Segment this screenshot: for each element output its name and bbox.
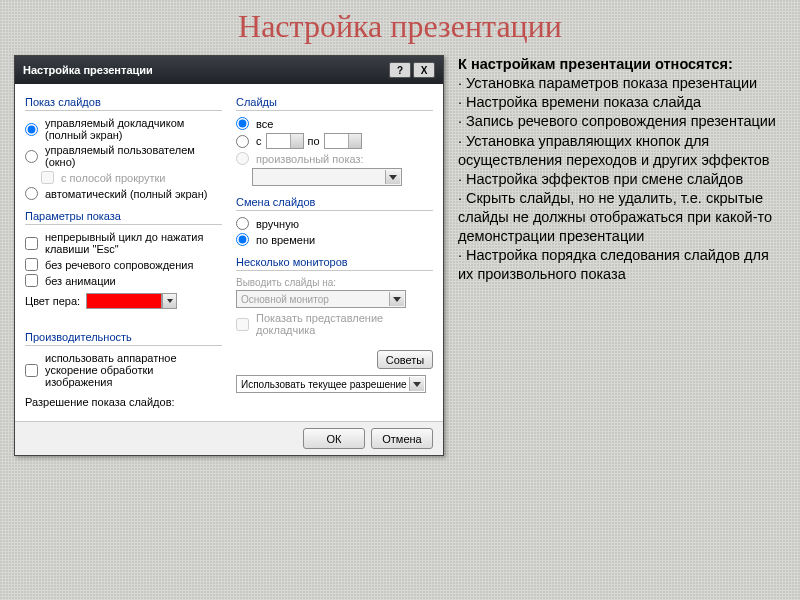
chevron-down-icon bbox=[385, 170, 400, 184]
info-item: · Скрыть слайды, но не удалить, т.е. скр… bbox=[458, 189, 786, 246]
dialog-title: Настройка презентации bbox=[23, 64, 387, 76]
info-item: · Запись речевого сопровождения презента… bbox=[458, 112, 786, 131]
info-item: · Настройка эффектов при смене слайдов bbox=[458, 170, 786, 189]
group-slides-title: Слайды bbox=[236, 96, 433, 108]
chk-hw-accel[interactable]: использовать аппаратное ускорение обрабо… bbox=[25, 352, 222, 388]
chevron-down-icon bbox=[389, 292, 404, 306]
resolution-label: Разрешение показа слайдов: bbox=[25, 396, 175, 408]
pen-color-picker[interactable] bbox=[86, 293, 162, 309]
info-heading: К настройкам презентации относятся: bbox=[458, 55, 786, 74]
ok-button[interactable]: ОК bbox=[303, 428, 365, 449]
radio-range[interactable]: с по bbox=[236, 133, 433, 149]
pen-label: Цвет пера: bbox=[25, 295, 80, 307]
radio-user-window[interactable]: управляемый пользователем (окно) bbox=[25, 144, 222, 168]
cancel-button[interactable]: Отмена bbox=[371, 428, 433, 449]
info-item: · Настройка времени показа слайда bbox=[458, 93, 786, 112]
chk-narration[interactable]: без речевого сопровождения bbox=[25, 258, 222, 271]
chevron-down-icon[interactable] bbox=[409, 377, 424, 391]
info-panel: К настройкам презентации относятся: · Ус… bbox=[458, 55, 786, 456]
radio-manual[interactable]: вручную bbox=[236, 217, 433, 230]
tips-button[interactable]: Советы bbox=[377, 350, 433, 369]
group-monitors-title: Несколько мониторов bbox=[236, 256, 433, 268]
spin-from[interactable] bbox=[266, 133, 304, 149]
group-perf-title: Производительность bbox=[25, 331, 222, 343]
dialog-titlebar[interactable]: Настройка презентации ? X bbox=[15, 56, 443, 84]
custom-show-combo bbox=[252, 168, 402, 186]
output-label: Выводить слайды на: bbox=[236, 277, 433, 288]
help-button[interactable]: ? bbox=[389, 62, 411, 78]
radio-all-slides[interactable]: все bbox=[236, 117, 433, 130]
resolution-combo[interactable]: Использовать текущее разрешение bbox=[236, 375, 426, 393]
page-title: Настройка презентации bbox=[14, 8, 786, 45]
chk-presenter-view: Показать представление докладчика bbox=[236, 312, 433, 336]
group-advance-title: Смена слайдов bbox=[236, 196, 433, 208]
radio-auto[interactable]: автоматический (полный экран) bbox=[25, 187, 222, 200]
info-item: · Установка управляющих кнопок для осуще… bbox=[458, 132, 786, 170]
radio-timing[interactable]: по времени bbox=[236, 233, 433, 246]
info-item: · Установка параметров показа презентаци… bbox=[458, 74, 786, 93]
info-item: · Настройка порядка следования слайдов д… bbox=[458, 246, 786, 284]
spin-to[interactable] bbox=[324, 133, 362, 149]
monitor-combo: Основной монитор bbox=[236, 290, 406, 308]
chk-scrollbar: с полосой прокрутки bbox=[41, 171, 222, 184]
radio-speaker[interactable]: управляемый докладчиком (полный экран) bbox=[25, 117, 222, 141]
group-params-title: Параметры показа bbox=[25, 210, 222, 222]
chk-animation[interactable]: без анимации bbox=[25, 274, 222, 287]
group-show-title: Показ слайдов bbox=[25, 96, 222, 108]
settings-dialog: Настройка презентации ? X Показ слайдов … bbox=[14, 55, 444, 456]
chk-loop[interactable]: непрерывный цикл до нажатия клавиши "Esc… bbox=[25, 231, 222, 255]
close-button[interactable]: X bbox=[413, 62, 435, 78]
chevron-down-icon[interactable] bbox=[162, 293, 177, 309]
radio-custom-show: произвольный показ: bbox=[236, 152, 433, 165]
